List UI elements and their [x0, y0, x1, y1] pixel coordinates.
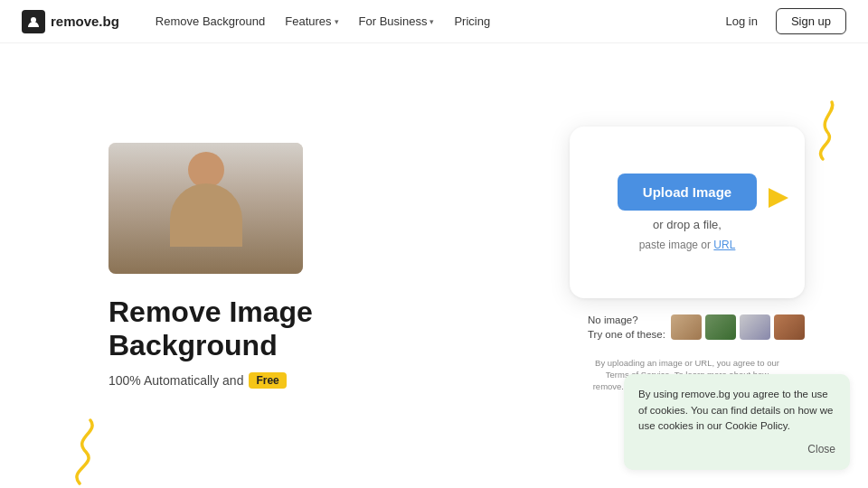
sample-thumb-4[interactable] — [774, 314, 805, 340]
hero-image — [108, 143, 303, 274]
nav-features[interactable]: Features ▾ — [278, 11, 345, 32]
url-link[interactable]: URL — [713, 239, 735, 251]
deco-squiggle-left — [45, 416, 99, 479]
sample-thumbs — [671, 314, 805, 340]
hero-title: Remove ImageBackground — [108, 296, 313, 362]
login-button[interactable]: Log in — [714, 9, 768, 33]
paste-hint: paste image or URL — [639, 239, 736, 251]
logo[interactable]: remove.bg — [22, 10, 119, 33]
no-image-text: No image? Try one of these: — [588, 313, 665, 342]
svg-marker-1 — [769, 188, 788, 208]
sample-thumb-1[interactable] — [671, 314, 702, 340]
navbar: remove.bg Remove Background Features ▾ F… — [0, 0, 868, 43]
deco-squiggle-right — [787, 98, 841, 170]
logo-text: remove.bg — [51, 14, 119, 29]
cookie-banner: By using remove.bg you agree to the use … — [624, 374, 850, 470]
cookie-close-button[interactable]: Close — [638, 441, 835, 457]
deco-arrow — [769, 188, 788, 211]
hero-right: Upload Image or drop a file, paste image… — [561, 127, 814, 404]
sample-thumb-2[interactable] — [705, 314, 736, 340]
upload-image-button[interactable]: Upload Image — [618, 174, 757, 211]
nav-for-business[interactable]: For Business ▾ — [352, 11, 442, 32]
nav-actions: Log in Sign up — [714, 8, 846, 34]
free-badge: Free — [249, 372, 286, 389]
drop-hint: or drop a file, — [653, 218, 722, 231]
photo-placeholder — [108, 143, 303, 274]
upload-box: Upload Image or drop a file, paste image… — [570, 127, 805, 298]
nav-pricing[interactable]: Pricing — [447, 11, 497, 32]
cookie-message: By using remove.bg you agree to the use … — [638, 389, 833, 431]
hero-image-wrapper — [108, 143, 303, 274]
subtitle-prefix: 100% Automatically and — [108, 373, 243, 388]
features-chevron-icon: ▾ — [335, 17, 339, 26]
nav-remove-bg[interactable]: Remove Background — [148, 11, 272, 32]
hero-subtitle: 100% Automatically and Free — [108, 372, 287, 389]
hero-left: Remove ImageBackground 100% Automaticall… — [108, 143, 524, 389]
sample-images-row: No image? Try one of these: — [588, 313, 787, 342]
signup-button[interactable]: Sign up — [776, 8, 846, 34]
business-chevron-icon: ▾ — [429, 17, 434, 26]
sample-thumb-3[interactable] — [740, 314, 770, 340]
nav-links: Remove Background Features ▾ For Busines… — [148, 11, 715, 32]
logo-icon — [22, 10, 45, 33]
